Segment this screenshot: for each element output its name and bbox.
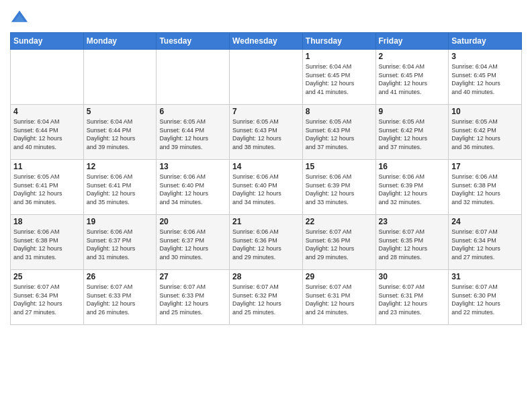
calendar-cell: 24Sunrise: 6:07 AMSunset: 6:34 PMDayligh…	[449, 215, 522, 270]
weekday-header-wednesday: Wednesday	[230, 33, 303, 50]
calendar-cell: 23Sunrise: 6:07 AMSunset: 6:35 PMDayligh…	[375, 215, 449, 270]
day-info: Sunrise: 6:07 AMSunset: 6:31 PMDaylight:…	[306, 283, 373, 316]
calendar-cell: 14Sunrise: 6:06 AMSunset: 6:40 PMDayligh…	[230, 160, 303, 215]
day-number: 3	[451, 52, 519, 61]
calendar-cell	[230, 50, 303, 105]
calendar-cell: 10Sunrise: 6:05 AMSunset: 6:42 PMDayligh…	[449, 105, 522, 160]
day-number: 24	[451, 217, 519, 226]
logo-icon	[10, 9, 29, 28]
weekday-header-saturday: Saturday	[449, 33, 522, 50]
day-number: 14	[232, 162, 300, 171]
calendar-cell: 17Sunrise: 6:06 AMSunset: 6:38 PMDayligh…	[449, 160, 522, 215]
day-number: 6	[159, 107, 226, 116]
day-number: 27	[159, 272, 226, 281]
day-number: 1	[306, 52, 373, 61]
calendar-cell: 1Sunrise: 6:04 AMSunset: 6:45 PMDaylight…	[302, 50, 375, 105]
calendar-cell: 6Sunrise: 6:05 AMSunset: 6:44 PMDaylight…	[157, 105, 230, 160]
logo	[10, 9, 32, 28]
day-info: Sunrise: 6:05 AMSunset: 6:44 PMDaylight:…	[159, 118, 226, 151]
weekday-header-friday: Friday	[375, 33, 449, 50]
calendar-cell: 9Sunrise: 6:05 AMSunset: 6:42 PMDaylight…	[375, 105, 449, 160]
day-info: Sunrise: 6:06 AMSunset: 6:38 PMDaylight:…	[451, 173, 519, 206]
day-info: Sunrise: 6:07 AMSunset: 6:33 PMDaylight:…	[159, 283, 226, 316]
day-number: 16	[379, 162, 446, 171]
day-info: Sunrise: 6:07 AMSunset: 6:34 PMDaylight:…	[451, 228, 519, 261]
day-number: 15	[306, 162, 373, 171]
day-number: 7	[232, 107, 300, 116]
weekday-header-thursday: Thursday	[302, 33, 375, 50]
day-info: Sunrise: 6:04 AMSunset: 6:45 PMDaylight:…	[379, 62, 446, 96]
calendar-cell: 19Sunrise: 6:06 AMSunset: 6:37 PMDayligh…	[83, 215, 157, 270]
header	[10, 7, 522, 28]
day-info: Sunrise: 6:05 AMSunset: 6:43 PMDaylight:…	[306, 118, 373, 151]
day-info: Sunrise: 6:05 AMSunset: 6:42 PMDaylight:…	[379, 118, 446, 151]
day-number: 18	[13, 217, 81, 226]
day-number: 25	[13, 272, 81, 281]
day-info: Sunrise: 6:05 AMSunset: 6:43 PMDaylight:…	[232, 118, 300, 151]
day-number: 21	[232, 217, 300, 226]
day-number: 10	[451, 107, 519, 116]
day-info: Sunrise: 6:06 AMSunset: 6:40 PMDaylight:…	[159, 173, 226, 206]
day-number: 11	[13, 162, 81, 171]
day-number: 29	[306, 272, 373, 281]
calendar-cell: 5Sunrise: 6:04 AMSunset: 6:44 PMDaylight…	[83, 105, 157, 160]
day-number: 13	[159, 162, 226, 171]
day-number: 4	[13, 107, 81, 116]
day-number: 23	[379, 217, 446, 226]
day-number: 19	[87, 217, 154, 226]
calendar-cell: 21Sunrise: 6:06 AMSunset: 6:36 PMDayligh…	[230, 215, 303, 270]
day-info: Sunrise: 6:07 AMSunset: 6:36 PMDaylight:…	[306, 228, 373, 261]
day-info: Sunrise: 6:06 AMSunset: 6:40 PMDaylight:…	[232, 173, 300, 206]
calendar-table: SundayMondayTuesdayWednesdayThursdayFrid…	[10, 32, 522, 325]
week-row-5: 25Sunrise: 6:07 AMSunset: 6:34 PMDayligh…	[11, 270, 522, 325]
day-number: 12	[87, 162, 154, 171]
day-number: 30	[379, 272, 446, 281]
calendar-cell: 27Sunrise: 6:07 AMSunset: 6:33 PMDayligh…	[157, 270, 230, 325]
day-info: Sunrise: 6:07 AMSunset: 6:35 PMDaylight:…	[379, 228, 446, 261]
day-number: 31	[451, 272, 519, 281]
week-row-2: 4Sunrise: 6:04 AMSunset: 6:44 PMDaylight…	[11, 105, 522, 160]
calendar-cell: 28Sunrise: 6:07 AMSunset: 6:32 PMDayligh…	[230, 270, 303, 325]
calendar-cell	[11, 50, 84, 105]
calendar-cell: 4Sunrise: 6:04 AMSunset: 6:44 PMDaylight…	[11, 105, 84, 160]
calendar-cell: 15Sunrise: 6:06 AMSunset: 6:39 PMDayligh…	[302, 160, 375, 215]
day-info: Sunrise: 6:07 AMSunset: 6:31 PMDaylight:…	[379, 283, 446, 316]
calendar-cell: 31Sunrise: 6:07 AMSunset: 6:30 PMDayligh…	[449, 270, 522, 325]
calendar-cell: 26Sunrise: 6:07 AMSunset: 6:33 PMDayligh…	[83, 270, 157, 325]
calendar-cell: 18Sunrise: 6:06 AMSunset: 6:38 PMDayligh…	[11, 215, 84, 270]
day-info: Sunrise: 6:04 AMSunset: 6:44 PMDaylight:…	[87, 118, 154, 151]
weekday-header-tuesday: Tuesday	[157, 33, 230, 50]
calendar-cell: 3Sunrise: 6:04 AMSunset: 6:45 PMDaylight…	[449, 50, 522, 105]
calendar-cell: 29Sunrise: 6:07 AMSunset: 6:31 PMDayligh…	[302, 270, 375, 325]
calendar-cell: 20Sunrise: 6:06 AMSunset: 6:37 PMDayligh…	[157, 215, 230, 270]
day-info: Sunrise: 6:07 AMSunset: 6:34 PMDaylight:…	[13, 283, 81, 316]
week-row-3: 11Sunrise: 6:05 AMSunset: 6:41 PMDayligh…	[11, 160, 522, 215]
day-number: 9	[379, 107, 446, 116]
weekday-header-row: SundayMondayTuesdayWednesdayThursdayFrid…	[11, 33, 522, 50]
day-number: 22	[306, 217, 373, 226]
week-row-1: 1Sunrise: 6:04 AMSunset: 6:45 PMDaylight…	[11, 50, 522, 105]
day-info: Sunrise: 6:07 AMSunset: 6:33 PMDaylight:…	[87, 283, 154, 316]
calendar-cell: 8Sunrise: 6:05 AMSunset: 6:43 PMDaylight…	[302, 105, 375, 160]
day-number: 5	[87, 107, 154, 116]
day-number: 20	[159, 217, 226, 226]
day-number: 28	[232, 272, 300, 281]
weekday-header-monday: Monday	[83, 33, 157, 50]
day-info: Sunrise: 6:06 AMSunset: 6:39 PMDaylight:…	[306, 173, 373, 206]
day-number: 17	[451, 162, 519, 171]
calendar-cell	[157, 50, 230, 105]
day-info: Sunrise: 6:06 AMSunset: 6:37 PMDaylight:…	[159, 228, 226, 261]
day-info: Sunrise: 6:06 AMSunset: 6:41 PMDaylight:…	[87, 173, 154, 206]
day-info: Sunrise: 6:06 AMSunset: 6:38 PMDaylight:…	[13, 228, 81, 261]
day-info: Sunrise: 6:05 AMSunset: 6:42 PMDaylight:…	[451, 118, 519, 151]
day-info: Sunrise: 6:05 AMSunset: 6:41 PMDaylight:…	[13, 173, 81, 206]
calendar-cell: 16Sunrise: 6:06 AMSunset: 6:39 PMDayligh…	[375, 160, 449, 215]
day-info: Sunrise: 6:06 AMSunset: 6:39 PMDaylight:…	[379, 173, 446, 206]
calendar-cell: 25Sunrise: 6:07 AMSunset: 6:34 PMDayligh…	[11, 270, 84, 325]
day-info: Sunrise: 6:06 AMSunset: 6:37 PMDaylight:…	[87, 228, 154, 261]
day-number: 26	[87, 272, 154, 281]
day-info: Sunrise: 6:07 AMSunset: 6:32 PMDaylight:…	[232, 283, 300, 316]
day-info: Sunrise: 6:04 AMSunset: 6:44 PMDaylight:…	[13, 118, 81, 151]
weekday-header-sunday: Sunday	[11, 33, 84, 50]
page-container: SundayMondayTuesdayWednesdayThursdayFrid…	[0, 0, 532, 328]
